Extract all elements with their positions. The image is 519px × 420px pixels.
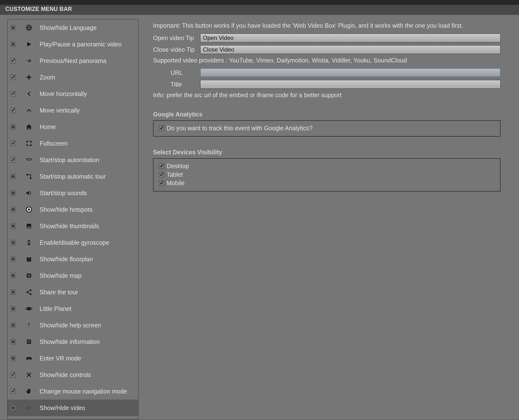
arrow-right-icon [24,56,34,66]
home-icon [24,122,34,132]
sidebar-item-label: Start/stop automatic tour [40,173,106,180]
sidebar-item-fullscreen[interactable]: Fullscreen [8,135,138,152]
mobile-label: Mobile [167,180,185,187]
sidebar-item-label: Show/hide help screen [40,322,101,329]
sidebar-item-route[interactable]: Start/stop automatic tour [8,168,138,185]
sidebar-checkbox[interactable] [10,174,16,179]
devices-heading: Select Devices Visibility [153,149,501,156]
analytics-box: Do you want to track this event with Goo… [153,120,501,137]
svg-rect-16 [28,340,30,341]
chevron-up-icon [24,105,34,115]
sidebar-item-share[interactable]: Share the tour [8,284,138,300]
sidebar-checkbox[interactable] [10,240,16,245]
sidebar-item-thumbnails[interactable]: Show/hide thumbnails [8,218,138,234]
sidebar-checkbox[interactable] [10,256,16,262]
chevron-left-icon [24,89,34,99]
sidebar-item-home[interactable]: Home [8,119,138,135]
sidebar-item-plus[interactable]: Zoom [8,69,138,86]
sidebar-item-label: Zoom [40,74,55,81]
providers-text: Supported video providers : YouTube, Vim… [153,57,501,64]
sidebar-item-label: Little Planet [40,305,71,312]
info-icon [24,337,34,347]
sidebar-item-label: Previous/Next panorama [40,57,106,64]
sidebar-checkbox[interactable] [10,323,16,328]
info-text: Info: prefer the src url of the embed or… [153,92,501,99]
sidebar-item-label: Show/hide controls [40,371,91,378]
planet-icon [24,304,34,314]
close-video-tip-input[interactable] [200,45,501,54]
sidebar-item-help[interactable]: Show/hide help screen [8,317,138,333]
sidebar-checkbox[interactable] [10,25,16,30]
route-icon [24,172,34,181]
sidebar-item-gyroscope[interactable]: Enable/disable gyroscope [8,234,138,251]
open-video-tip-input[interactable] [200,34,501,42]
sidebar-checkbox[interactable] [10,273,16,278]
map-globe-icon [24,271,34,280]
sidebar-item-vr[interactable]: Enter VR mode [8,350,138,367]
title-label: Title [171,81,200,88]
sidebar-item-info[interactable]: Show/hide information [8,333,138,350]
sidebar-item-close[interactable]: Show/hide controls [8,367,138,383]
sidebar-checkbox[interactable] [10,306,16,311]
sidebar-item-label: Enter VR mode [40,355,81,362]
sidebar-checkbox[interactable] [10,108,16,113]
sidebar-item-label: Show/hide thumbnails [40,223,99,230]
analytics-track-checkbox[interactable] [159,126,164,131]
url-label: URL [171,69,200,76]
sidebar-checkbox[interactable] [10,405,16,411]
sidebar-checkbox[interactable] [10,91,16,96]
sidebar-checkbox[interactable] [10,190,16,196]
sidebar-checkbox[interactable] [10,356,16,361]
svg-rect-18 [28,343,29,343]
svg-point-4 [28,208,30,210]
sidebar-checkbox[interactable] [10,58,16,63]
desktop-checkbox[interactable] [159,164,164,169]
url-input[interactable] [200,68,501,77]
sidebar-item-map-globe[interactable]: Show/hide map [8,267,138,284]
sidebar-checkbox[interactable] [10,339,16,344]
sidebar-item-planet[interactable]: Little Planet [8,300,138,317]
svg-rect-17 [28,341,30,342]
sidebar-checkbox[interactable] [10,289,16,295]
sidebar-item-arrow-right[interactable]: Previous/Next panorama [8,52,138,69]
sidebar-item-globe[interactable]: Show/hide Language [8,19,138,36]
sidebar-item-label: Show/hide hotspots [40,206,93,213]
sidebar-checkbox[interactable] [10,124,16,130]
sidebar-checkbox[interactable] [10,223,16,229]
sidebar-checkbox[interactable] [10,141,16,146]
sidebar-checkbox[interactable] [10,372,16,377]
sidebar-checkbox[interactable] [10,207,16,212]
floorplan-icon [24,254,34,264]
sidebar-item-label: Show/hide information [40,338,100,345]
sidebar-item-hand[interactable]: Change mouse navigation mode [8,383,138,400]
thumbnails-icon [24,221,34,231]
mobile-checkbox[interactable] [159,181,164,186]
sidebar-item-video[interactable]: Show/Hide video [8,400,138,416]
main-panel: Important: This button works if you have… [138,15,515,420]
video-icon [24,403,34,413]
sidebar-checkbox[interactable] [10,42,16,47]
sidebar-item-chevron-up[interactable]: Move vertically [8,102,138,119]
close-icon [24,370,34,380]
sidebar-item-label: Show/hide map [40,272,81,279]
sidebar-item-label: Move vertically [40,107,80,114]
sidebar-item-hotspot[interactable]: Show/hide hotspots [8,201,138,218]
sidebar-item-rotate[interactable]: Start/stop autorotation [8,152,138,168]
sidebar-checkbox[interactable] [10,157,16,163]
title-input[interactable] [200,80,501,89]
sidebar-item-label: Start/stop sounds [40,190,87,197]
sidebar-item-chevron-left[interactable]: Move horizontally [8,86,138,102]
sidebar-item-floorplan[interactable]: Show/hide floorplan [8,251,138,267]
sidebar-item-label: Share the tour [40,289,78,296]
svg-point-2 [30,174,31,175]
sidebar-item-label: Move horizontally [40,90,87,97]
tablet-checkbox[interactable] [159,172,164,177]
sidebar-item-play[interactable]: Play/Pause a panoramic video [8,36,138,52]
sidebar-checkbox[interactable] [10,389,16,394]
sidebar-checkbox[interactable] [10,75,16,80]
svg-rect-8 [28,241,30,244]
tablet-label: Tablet [167,171,183,178]
hand-icon [24,386,34,396]
sidebar-item-sound[interactable]: Start/stop sounds [8,185,138,201]
sidebar-item-label: Change mouse navigation mode [40,388,127,395]
